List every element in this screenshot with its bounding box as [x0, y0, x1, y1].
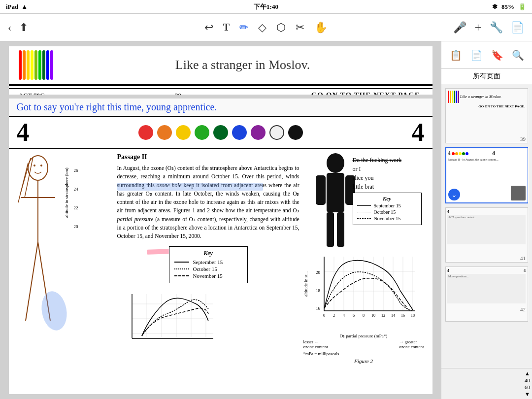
scroll-60: 60 — [525, 384, 530, 390]
thumb-active-indicator: ⌄ — [448, 189, 460, 200]
key-label-nov: November 15 — [193, 273, 223, 279]
scroll-down[interactable]: ▼ — [525, 391, 530, 397]
toolbar-center: ↩ T ✏ ◇ ⬡ ✂ ✋ — [204, 21, 328, 34]
add-button[interactable]: + — [474, 20, 482, 35]
thumb-img-42: 4 4 More questions... — [446, 267, 527, 321]
svg-line-3 — [26, 242, 38, 321]
mic-button[interactable]: 🎤 — [453, 21, 466, 34]
circle-darkgreen — [213, 125, 228, 140]
svg-rect-23 — [316, 175, 326, 205]
thumb-page-41[interactable]: 4 ACT question content... 41 — [445, 207, 528, 263]
text-tool-button[interactable]: T — [223, 22, 230, 33]
svg-point-8 — [33, 165, 35, 166]
toolbar: ‹ ⬆ ↩ T ✏ ◇ ⬡ ✂ ✋ 🎤 + 🔧 📄 — [0, 14, 532, 41]
back-button[interactable]: ‹ — [8, 21, 11, 34]
svg-rect-25 — [327, 212, 334, 247]
key-label-oct: October 15 — [193, 266, 217, 272]
svg-text:6: 6 — [353, 313, 355, 318]
status-left: iPad ▲ — [6, 3, 28, 11]
key2-dotted — [357, 212, 371, 212]
circle-black — [288, 125, 303, 140]
key2-label-oct: October 15 — [374, 209, 396, 215]
device-label: iPad — [6, 3, 18, 11]
annotation-line2: or I — [353, 165, 422, 173]
fig2-svg: 20 18 16 0 2 4 6 8 10 12 14 16 — [309, 252, 418, 331]
handwriting-top: Got to say you're right this time, young… — [17, 101, 425, 113]
share-button[interactable]: ⬆ — [19, 21, 28, 34]
svg-text:4: 4 — [343, 313, 345, 318]
svg-line-7 — [18, 163, 28, 202]
thumb-img-41: 4 ACT question content... — [446, 208, 527, 262]
fig1-ylabel: altitude in stratosphere (km) — [64, 163, 69, 222]
fig2-ylabel: altitude in st... — [303, 252, 308, 316]
page40-number-right: 4 — [412, 120, 425, 145]
middle-column: Passage II In August, the ozone (O₃) con… — [117, 153, 299, 350]
eraser-tool-button[interactable]: ◇ — [258, 21, 266, 34]
scissors-button[interactable]: ✂ — [296, 21, 304, 34]
sidebar-icon-pages[interactable]: 📋 — [450, 49, 462, 61]
key-title: Key — [174, 250, 242, 257]
key2-solid — [357, 205, 371, 206]
lasso-tool-button[interactable]: ⬡ — [276, 21, 286, 34]
page39-footer: ACT-70G 39 GO ON TO THE NEXT PAGE. — [9, 88, 432, 95]
scroll-arrows[interactable]: ▲ 40 60 ▼ — [525, 370, 530, 397]
act-code: ACT-70G — [19, 92, 45, 95]
sidebar-pages[interactable]: Like a stranger in Moslov. GO ON TO THE … — [441, 84, 532, 368]
svg-text:12: 12 — [381, 313, 385, 318]
svg-text:18: 18 — [411, 313, 415, 318]
thumb-page-40[interactable]: 4 4 Passage II - In August, the ozone co… — [445, 147, 528, 203]
pink-highlight — [146, 249, 171, 255]
thumb-page-42[interactable]: 4 4 More questions... 42 — [445, 266, 528, 322]
key-box-right: Key September 15 October 15 November 15 — [353, 193, 422, 225]
colored-circles — [138, 125, 303, 140]
fig2-label: Figure 2 — [303, 358, 424, 364]
passage-highlight — [117, 183, 263, 191]
sidebar-search-button[interactable]: 🔍 — [512, 49, 524, 61]
circle-yellow — [176, 125, 191, 140]
fig1-svg — [117, 289, 216, 348]
key-row-sep: September 15 — [174, 259, 242, 265]
bluetooth-icon: ✱ — [492, 3, 498, 11]
document-area[interactable]: Like a stranger in Moslov. ACT-70G 39 GO… — [0, 41, 441, 399]
annotation-line3: slice you — [353, 173, 422, 182]
sidebar-toolbar: 📋 📄 🔖 🔍 — [441, 41, 532, 69]
undo-button[interactable]: ↩ — [204, 21, 213, 34]
thumb-num-40: 40 — [520, 196, 525, 201]
key2-dashed — [357, 218, 371, 219]
svg-text:18: 18 — [316, 288, 321, 293]
thumb-num-39: 39 — [520, 136, 526, 142]
scroll-up[interactable]: ▲ — [525, 370, 530, 376]
key-line-dashed — [174, 275, 189, 276]
go-on-text: GO ON TO THE NEXT PAGE. — [311, 91, 423, 95]
pages-button[interactable]: 📄 — [511, 21, 524, 34]
toolbar-left: ‹ ⬆ — [8, 21, 28, 34]
page40-body: altitude in stratosphere (km) 26 24 22 2… — [9, 149, 432, 354]
battery-label: 85% — [501, 3, 514, 11]
wifi-icon: ▲ — [21, 3, 28, 11]
svg-text:16: 16 — [401, 313, 405, 318]
fig1-graph: altitude in stratosphere (km) — [64, 163, 108, 222]
fig2-arrows: lesser ←ozone content → greaterozone con… — [303, 339, 424, 349]
status-bar: iPad ▲ 下午1:40 ✱ 85% 🔋 — [0, 0, 532, 14]
sidebar-icon-search[interactable]: 📄 — [470, 49, 483, 61]
key2-label-sep: September 15 — [374, 203, 401, 208]
fig2-container: altitude in st... — [303, 252, 424, 364]
key-label-sep: September 15 — [193, 259, 223, 265]
sidebar-header-label: 所有页面 — [441, 69, 532, 84]
key-row-nov: November 15 — [174, 273, 242, 279]
circle-blue — [232, 125, 247, 140]
pen-tool-button[interactable]: ✏ — [239, 21, 248, 34]
svg-point-9 — [40, 165, 42, 166]
wrench-button[interactable]: 🔧 — [490, 21, 503, 34]
fig2-footnote: *mPa = millipascals — [303, 351, 424, 356]
page39-top: Like a stranger in Moslov. — [9, 46, 432, 85]
passage-text: In August, the ozone (O₃) content of the… — [117, 164, 299, 240]
hand-tool-button[interactable]: ✋ — [314, 21, 328, 34]
main-area: Like a stranger in Moslov. ACT-70G 39 GO… — [0, 41, 532, 399]
toolbar-right: 🎤 + 🔧 📄 — [453, 20, 524, 35]
svg-text:14: 14 — [391, 313, 395, 318]
page40-number-left: 4 — [17, 120, 30, 145]
thumb-page-39[interactable]: Like a stranger in Moslov. GO ON TO THE … — [445, 88, 528, 143]
sidebar-icon-bookmark[interactable]: 🔖 — [491, 49, 503, 61]
key-line-dotted — [174, 268, 189, 269]
